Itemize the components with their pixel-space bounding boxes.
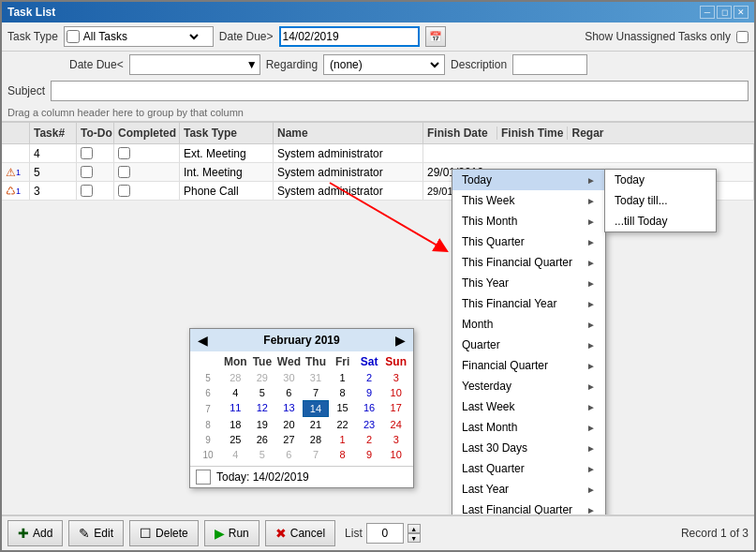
completed-check-2[interactable] (118, 166, 130, 178)
minimize-button[interactable]: ─ (700, 6, 715, 19)
submenu-item-today-till[interactable]: Today till... (605, 190, 716, 211)
date-due-lt-combo[interactable]: ▼ (129, 54, 260, 75)
list-value-input[interactable] (366, 523, 404, 544)
cal-day-cell[interactable]: 8 (329, 447, 356, 462)
cal-day-cell[interactable]: 24 (382, 417, 409, 432)
edit-button[interactable]: ✎ Edit (68, 520, 124, 546)
cal-day-cell[interactable]: 21 (303, 417, 330, 432)
th-todo[interactable]: To-Do (77, 123, 114, 143)
cal-day-cell[interactable]: 31 (303, 370, 330, 385)
cal-day-cell[interactable]: 4 (222, 447, 249, 462)
cal-day-cell[interactable]: 22 (329, 417, 356, 432)
menu-item-last-month[interactable]: Last Month ► (452, 417, 605, 438)
menu-item-last-week[interactable]: Last Week ► (452, 396, 605, 417)
menu-item-financial-quarter[interactable]: Financial Quarter ► (452, 355, 605, 376)
th-tasknum[interactable]: Task# (30, 123, 77, 143)
menu-item-quarter[interactable]: Quarter ► (452, 335, 605, 355)
menu-item-this-week[interactable]: This Week ► (452, 190, 605, 211)
cal-day-cell[interactable]: 6 (275, 385, 303, 400)
regarding-select[interactable]: (none) (326, 55, 442, 74)
cal-day-cell[interactable]: 30 (275, 370, 303, 385)
task-type-combo[interactable]: All Tasks (64, 26, 214, 47)
cal-day-cell[interactable]: 7 (303, 447, 330, 462)
todo-check-2[interactable] (81, 166, 93, 178)
completed-check-1[interactable] (118, 147, 130, 159)
cal-day-cell[interactable]: 13 (275, 400, 303, 417)
menu-item-this-financial-quarter[interactable]: This Financial Quarter ► (452, 252, 605, 273)
menu-item-today[interactable]: Today ► (452, 170, 605, 190)
cal-day-cell[interactable]: 15 (329, 400, 356, 417)
menu-item-this-month[interactable]: This Month ► (452, 211, 605, 231)
cal-day-cell[interactable]: 17 (382, 400, 409, 417)
th-tasktype[interactable]: Task Type (180, 123, 274, 143)
calendar-button[interactable]: 📅 (425, 26, 446, 47)
cal-day-cell[interactable]: 11 (222, 400, 249, 417)
add-button[interactable]: ✚ Add (7, 520, 63, 546)
menu-item-yesterday[interactable]: Yesterday ► (452, 376, 605, 396)
description-input[interactable] (512, 54, 587, 75)
close-button[interactable]: ✕ (734, 6, 749, 19)
task-type-select[interactable]: All Tasks (80, 27, 201, 46)
cal-day-cell[interactable]: 2 (356, 370, 383, 385)
table-row[interactable]: 4 Ext. Meeting System administrator (2, 144, 754, 163)
cal-day-cell[interactable]: 27 (275, 432, 303, 447)
cal-next-button[interactable]: ▶ (392, 333, 409, 348)
completed-check-3[interactable] (118, 185, 130, 197)
submenu-item-till-today[interactable]: ...till Today (605, 211, 716, 231)
menu-item-this-year[interactable]: This Year ► (452, 273, 605, 293)
cal-day-cell[interactable]: 12 (249, 400, 276, 417)
cal-day-cell[interactable]: 16 (356, 400, 383, 417)
spin-down-button[interactable]: ▼ (408, 533, 421, 543)
todo-check-3[interactable] (81, 185, 93, 197)
cal-day-cell[interactable]: 9 (356, 447, 383, 462)
cal-day-cell[interactable]: 10 (382, 447, 409, 462)
cal-day-cell[interactable]: 5 (249, 447, 276, 462)
todo-check-1[interactable] (81, 147, 93, 159)
subject-input[interactable] (51, 81, 749, 101)
cal-day-cell[interactable]: 14 (303, 400, 330, 417)
cal-prev-button[interactable]: ◀ (194, 333, 212, 348)
cal-day-cell[interactable]: 2 (356, 432, 383, 447)
date-due-text-input[interactable] (283, 30, 367, 43)
cal-day-cell[interactable]: 25 (222, 432, 249, 447)
run-button[interactable]: ▶ Run (204, 520, 259, 546)
show-unassigned-checkbox[interactable] (736, 31, 749, 43)
th-name[interactable]: Name (274, 123, 423, 143)
th-completed[interactable]: Completed (114, 123, 180, 143)
cal-day-cell[interactable]: 26 (249, 432, 276, 447)
menu-item-this-financial-year[interactable]: This Financial Year ► (452, 293, 605, 314)
cal-day-cell[interactable]: 8 (329, 385, 356, 400)
task-type-checkbox[interactable] (67, 30, 80, 43)
spin-up-button[interactable]: ▲ (408, 524, 421, 533)
cal-day-cell[interactable]: 5 (249, 385, 276, 400)
cal-day-cell[interactable]: 29 (249, 370, 276, 385)
cal-day-cell[interactable]: 20 (275, 417, 303, 432)
cal-day-cell[interactable]: 28 (303, 432, 330, 447)
date-due-lt-input[interactable] (132, 58, 245, 71)
cal-day-cell[interactable]: 1 (329, 370, 356, 385)
menu-item-this-quarter[interactable]: This Quarter ► (452, 231, 605, 252)
delete-button[interactable]: ☐ Delete (129, 520, 199, 546)
cal-day-cell[interactable]: 19 (249, 417, 276, 432)
date-due-input[interactable] (279, 26, 420, 47)
cancel-button[interactable]: ✖ Cancel (265, 520, 335, 546)
cal-day-cell[interactable]: 3 (382, 432, 409, 447)
cal-day-cell[interactable]: 3 (382, 370, 409, 385)
menu-item-last-30-days[interactable]: Last 30 Days ► (452, 438, 605, 458)
cal-day-cell[interactable]: 28 (222, 370, 249, 385)
submenu-item-today[interactable]: Today (605, 170, 716, 190)
menu-item-last-financial-quarter[interactable]: Last Financial Quarter ► (452, 500, 605, 515)
menu-item-month[interactable]: Month ► (452, 314, 605, 335)
maximize-button[interactable]: ◻ (717, 6, 732, 19)
cal-day-cell[interactable]: 6 (275, 447, 303, 462)
cal-day-cell[interactable]: 9 (356, 385, 383, 400)
cal-day-cell[interactable]: 10 (382, 385, 409, 400)
cal-day-cell[interactable]: 23 (356, 417, 383, 432)
menu-item-last-quarter[interactable]: Last Quarter ► (452, 458, 605, 479)
cal-day-cell[interactable]: 7 (303, 385, 330, 400)
cal-day-cell[interactable]: 18 (222, 417, 249, 432)
cal-day-cell[interactable]: 1 (329, 432, 356, 447)
cal-day-cell[interactable]: 4 (222, 385, 249, 400)
menu-item-last-year[interactable]: Last Year ► (452, 479, 605, 500)
regarding-combo[interactable]: (none) (323, 54, 445, 75)
